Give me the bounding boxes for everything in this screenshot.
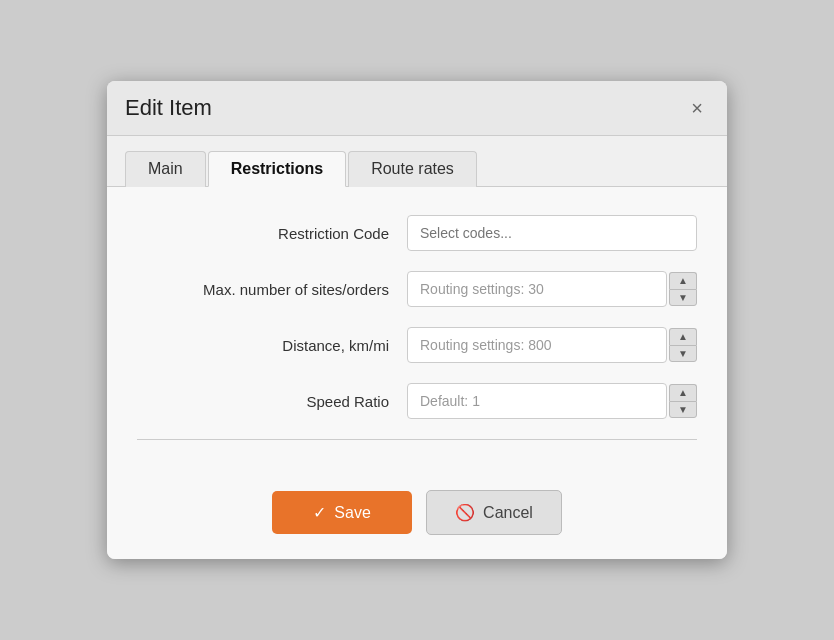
dialog-header: Edit Item × [107, 81, 727, 136]
cancel-icon: 🚫 [455, 503, 475, 522]
cancel-button[interactable]: 🚫 Cancel [426, 490, 562, 535]
edit-item-dialog: Edit Item × Main Restrictions Route rate… [107, 81, 727, 559]
speed-ratio-label: Speed Ratio [137, 393, 407, 410]
max-sites-spinner: ▲ ▼ [669, 272, 697, 306]
distance-spinner: ▲ ▼ [669, 328, 697, 362]
max-sites-wrapper: ▲ ▼ [407, 271, 697, 307]
tab-main[interactable]: Main [125, 151, 206, 187]
speed-ratio-row: Speed Ratio ▲ ▼ [137, 383, 697, 419]
restriction-code-row: Restriction Code [137, 215, 697, 251]
dialog-title: Edit Item [125, 95, 212, 121]
speed-ratio-wrapper: ▲ ▼ [407, 383, 697, 419]
distance-row: Distance, km/mi ▲ ▼ [137, 327, 697, 363]
speed-ratio-input[interactable] [407, 383, 667, 419]
restriction-code-label: Restriction Code [137, 225, 407, 242]
speed-ratio-increment[interactable]: ▲ [669, 384, 697, 401]
distance-wrapper: ▲ ▼ [407, 327, 697, 363]
distance-input[interactable] [407, 327, 667, 363]
max-sites-label: Max. number of sites/orders [137, 281, 407, 298]
save-button[interactable]: ✓ Save [272, 491, 412, 534]
max-sites-increment[interactable]: ▲ [669, 272, 697, 289]
distance-decrement[interactable]: ▼ [669, 345, 697, 362]
max-sites-input[interactable] [407, 271, 667, 307]
distance-label: Distance, km/mi [137, 337, 407, 354]
distance-increment[interactable]: ▲ [669, 328, 697, 345]
tabs-container: Main Restrictions Route rates [107, 136, 727, 187]
save-check-icon: ✓ [313, 503, 326, 522]
dialog-body: Restriction Code Max. number of sites/or… [107, 187, 727, 484]
restriction-code-wrapper [407, 215, 697, 251]
close-button[interactable]: × [685, 96, 709, 120]
tab-restrictions[interactable]: Restrictions [208, 151, 346, 187]
speed-ratio-spinner: ▲ ▼ [669, 384, 697, 418]
max-sites-row: Max. number of sites/orders ▲ ▼ [137, 271, 697, 307]
restriction-code-input[interactable] [407, 215, 697, 251]
speed-ratio-decrement[interactable]: ▼ [669, 401, 697, 418]
tab-route-rates[interactable]: Route rates [348, 151, 477, 187]
cancel-label: Cancel [483, 504, 533, 522]
max-sites-decrement[interactable]: ▼ [669, 289, 697, 306]
footer-divider [137, 439, 697, 440]
dialog-footer: ✓ Save 🚫 Cancel [107, 484, 727, 559]
save-label: Save [334, 504, 370, 522]
